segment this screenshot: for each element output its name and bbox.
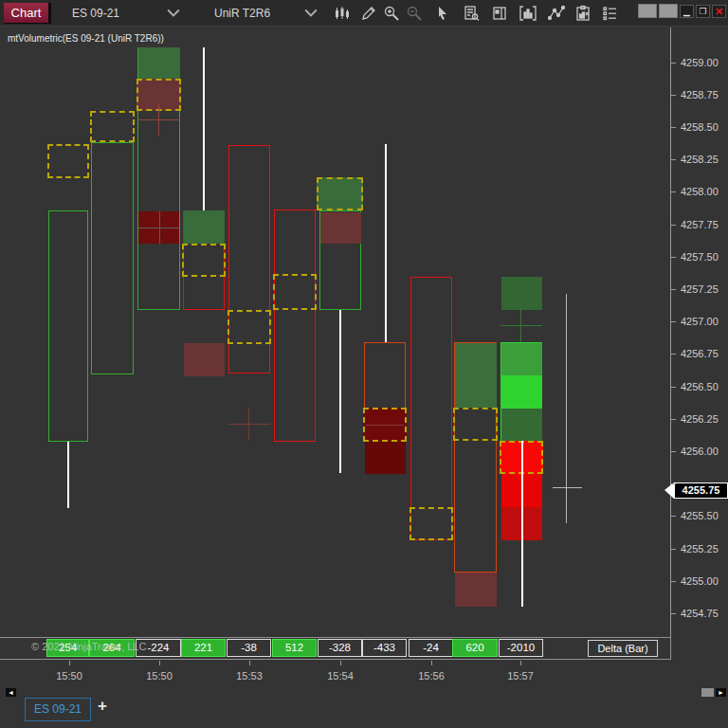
- footprint-cell: [184, 343, 225, 376]
- price-tick: [670, 257, 676, 258]
- time-tick: [159, 661, 160, 665]
- indicator-label: mtVolumetric(ES 09-21 (UniR T2R6)): [8, 33, 164, 44]
- price-axis[interactable]: [670, 27, 671, 660]
- price-tick: [670, 95, 676, 96]
- footprint-cell: [184, 210, 225, 244]
- footprint-dashed-box: [90, 111, 135, 142]
- price-tick: [670, 516, 676, 517]
- footprint-cell: [138, 47, 180, 79]
- scroll-left-button[interactable]: ◄: [6, 688, 16, 697]
- price-tick: [670, 127, 676, 128]
- candle-wick: [385, 144, 387, 342]
- candle-wick: [521, 441, 523, 607]
- time-tick-label: 15:54: [319, 670, 361, 682]
- price-tick: [670, 419, 676, 420]
- price-tick-label: 4258.75: [681, 89, 719, 100]
- delta-value-box: -328: [318, 639, 362, 657]
- cross-marker-v: [520, 308, 521, 342]
- time-tick: [249, 661, 250, 665]
- time-tick-label: 15:53: [228, 670, 270, 682]
- delta-value-box: 620: [452, 639, 498, 657]
- price-tick: [670, 549, 676, 550]
- scroll-grip[interactable]: [701, 688, 714, 697]
- price-tick-label: 4256.50: [681, 381, 719, 392]
- footprint-dashed-box: [47, 144, 89, 178]
- cross-marker-v: [158, 103, 159, 136]
- cross-marker-h: [500, 325, 542, 326]
- time-tick: [431, 661, 432, 665]
- time-tick-label: 15:50: [138, 670, 180, 682]
- candle-wick: [203, 47, 205, 210]
- time-tick: [340, 661, 341, 665]
- candle-wick: [339, 310, 341, 473]
- crosshair-vertical: [566, 294, 567, 523]
- add-tab-button[interactable]: +: [98, 697, 107, 716]
- price-tick-label: 4258.25: [681, 154, 719, 165]
- candle-wick: [67, 442, 69, 508]
- price-tick: [670, 63, 676, 64]
- delta-value-box: -224: [136, 639, 181, 657]
- crosshair-horizontal: [553, 487, 582, 488]
- delta-row-label: Delta (Bar): [588, 640, 658, 657]
- price-tick-label: 4257.00: [681, 316, 719, 327]
- scroll-right-button[interactable]: ►: [716, 688, 726, 697]
- price-tick-label: 4256.00: [681, 446, 719, 457]
- price-tick-label: 4257.25: [681, 283, 719, 295]
- footprint-cell: [365, 442, 406, 474]
- footprint-dashed-box: [410, 507, 453, 540]
- price-tick-label: 4257.75: [681, 219, 719, 230]
- price-tick: [670, 613, 676, 614]
- chart-window: Chart ES 09-21 UniR T2R6: [0, 0, 728, 728]
- cell-divider: [366, 425, 404, 426]
- delta-value-box: -24: [409, 639, 453, 657]
- price-tick: [670, 321, 676, 322]
- price-tick-label: 4255.25: [681, 543, 719, 555]
- tab-es-09-21[interactable]: ES 09-21: [25, 698, 91, 721]
- grid-line: [138, 228, 179, 228]
- footprint-dashed-box: [228, 310, 271, 344]
- price-tick-label: 4259.00: [681, 57, 719, 68]
- candle-outline: [410, 277, 452, 540]
- price-tick-label: 4256.75: [681, 348, 719, 359]
- delta-value-box: -433: [362, 639, 407, 657]
- price-tick: [670, 387, 676, 388]
- price-tick: [670, 483, 676, 484]
- footprint-cell: [320, 212, 361, 244]
- price-tick: [670, 159, 676, 160]
- price-tick: [670, 581, 676, 582]
- delta-value-box: 221: [181, 639, 226, 657]
- delta-value-box: 512: [272, 639, 317, 657]
- delta-value-box: -2010: [499, 639, 543, 657]
- time-tick-label: 15:56: [410, 670, 452, 682]
- price-tick-label: 4254.75: [681, 608, 719, 619]
- price-tick-label: 4256.25: [681, 413, 719, 425]
- price-tick: [670, 354, 676, 355]
- cross-marker-h: [228, 424, 270, 425]
- footprint-dashed-box: [317, 177, 363, 210]
- price-tick-label: 4255.50: [681, 510, 719, 521]
- footprint-dashed-box: [453, 408, 498, 441]
- footprint-cell: [501, 277, 542, 310]
- time-tick-label: 15:50: [48, 670, 90, 682]
- price-tick-label: 4258.50: [681, 121, 719, 133]
- price-tick: [670, 289, 676, 290]
- candle-outline: [274, 209, 316, 442]
- candle-outline: [48, 210, 88, 442]
- footprint-cell: [455, 343, 497, 408]
- footprint-cell: [455, 573, 497, 607]
- price-tick: [670, 451, 676, 452]
- delta-value-box: 264: [89, 639, 135, 657]
- price-tick: [670, 191, 676, 192]
- footprint-dashed-box: [273, 274, 317, 310]
- current-price-marker-arrow: [664, 482, 674, 499]
- time-tick: [520, 661, 521, 665]
- footprint-dashed-box: [182, 244, 226, 277]
- price-tick-label: 4257.50: [681, 251, 719, 263]
- footprint-cell: [501, 409, 542, 441]
- time-tick: [69, 661, 70, 665]
- price-tick-label: 4255.00: [681, 575, 719, 587]
- price-tick-label: 4258.00: [681, 186, 719, 197]
- current-price-marker: 4255.75: [674, 482, 728, 499]
- price-tick: [670, 225, 676, 226]
- candle-outline: [91, 142, 134, 374]
